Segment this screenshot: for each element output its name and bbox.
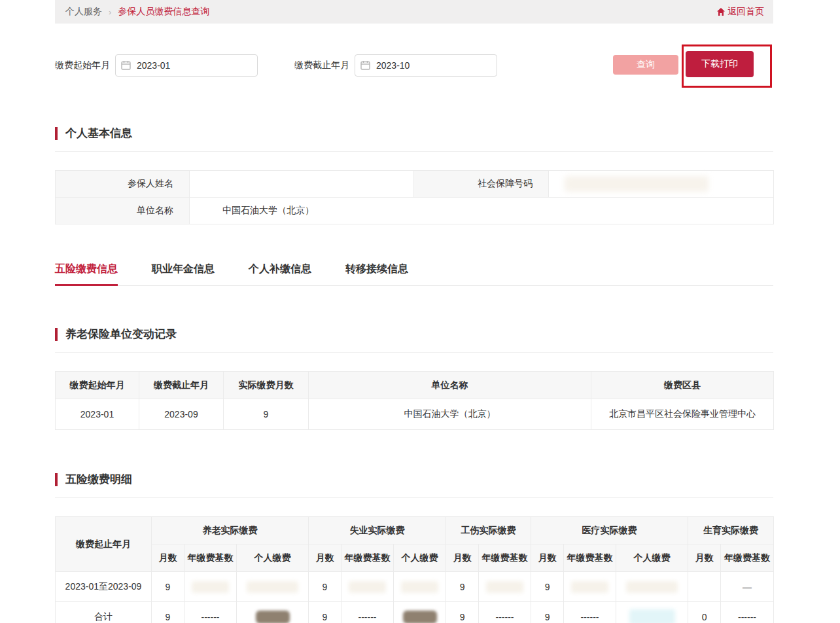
end-month-label: 缴费截止年月 <box>294 60 349 71</box>
table-subheader-row: 月数 年缴费基数 个人缴费 月数 年缴费基数 个人缴费 月数 年缴费基数 月数 … <box>56 544 774 572</box>
column-header: 缴费起始年月 <box>56 372 139 399</box>
calendar-icon <box>121 60 131 70</box>
divider <box>55 497 773 498</box>
redacted-value <box>401 581 438 593</box>
table-row: 2023-01 2023-09 9 中国石油大学（北京） 北京市昌平区社会保险事… <box>56 399 774 430</box>
column-header: 个人缴费 <box>394 544 446 572</box>
social-security-number-value <box>549 171 774 198</box>
column-header: 年缴费基数 <box>479 544 531 572</box>
end-month-field <box>355 54 497 77</box>
personal-info-section-title: 个人基本信息 <box>55 126 773 141</box>
redacted-value <box>247 581 298 593</box>
column-header: 年缴费基数 <box>341 544 394 572</box>
column-header: 年缴费基数 <box>184 544 237 572</box>
personal-info-table: 参保人姓名 社会保障号码 单位名称 中国石油大学（北京） <box>55 170 774 224</box>
page-container: 个人服务 › 参保人员缴费信息查询 返回首页 缴费起始年月 缴费截止年月 查询 <box>55 0 773 623</box>
redacted-value <box>629 609 675 623</box>
download-print-button[interactable]: 下载打印 <box>686 51 754 77</box>
period-column-header: 缴费起止年月 <box>56 517 152 572</box>
months-cell: 9 <box>309 602 341 623</box>
insured-name-label: 参保人姓名 <box>56 171 190 198</box>
table-row-total: 合计 9 ------ 9 ------ 9 ------ 9 ------ 0… <box>56 602 774 623</box>
column-header: 缴费截止年月 <box>139 372 224 399</box>
breadcrumb-personal-services[interactable]: 个人服务 <box>65 6 102 18</box>
section-marker <box>55 127 58 140</box>
start-month-input[interactable] <box>115 54 258 77</box>
base-cell <box>341 572 394 602</box>
months-cell: 9 <box>309 572 341 602</box>
employer-name-value: 中国石油大学（北京） <box>190 198 774 224</box>
group-header-pension: 养老实际缴费 <box>152 517 309 544</box>
tab-occupational-annuity-info[interactable]: 职业年金信息 <box>152 262 215 285</box>
table-row: 单位名称 中国石油大学（北京） <box>56 198 774 224</box>
column-header: 年缴费基数 <box>721 544 774 572</box>
column-header: 年缴费基数 <box>564 544 616 572</box>
start-month-field <box>115 54 258 77</box>
base-cell <box>479 572 531 602</box>
base-cell: ------ <box>479 602 531 623</box>
group-header-unemployment: 失业实际缴费 <box>309 517 446 544</box>
redacted-value <box>571 581 608 593</box>
calendar-icon <box>360 60 370 70</box>
actual-months-cell: 9 <box>224 399 309 430</box>
months-cell <box>688 572 721 602</box>
column-header: 缴费区县 <box>591 372 774 399</box>
breadcrumb-bar: 个人服务 › 参保人员缴费信息查询 返回首页 <box>55 0 773 24</box>
column-header: 月数 <box>688 544 721 572</box>
table-header-row: 缴费起始年月 缴费截止年月 实际缴费月数 单位名称 缴费区县 <box>56 372 774 399</box>
group-header-maternity: 生育实际缴费 <box>688 517 774 544</box>
redacted-value <box>192 581 229 593</box>
redacted-value <box>349 581 386 593</box>
months-cell: 9 <box>446 572 479 602</box>
months-cell: 9 <box>531 572 564 602</box>
group-header-medical: 医疗实际缴费 <box>531 517 688 544</box>
base-cell: — <box>721 572 774 602</box>
divider <box>55 151 773 152</box>
tab-five-insurance-payment-info[interactable]: 五险缴费信息 <box>55 262 118 286</box>
social-security-number-label: 社会保障号码 <box>414 171 549 198</box>
breadcrumb-separator-icon: › <box>109 7 111 17</box>
column-header: 月数 <box>152 544 184 572</box>
months-cell: 9 <box>531 602 564 623</box>
personal-cell <box>394 572 446 602</box>
tab-personal-supplementary-payment-info[interactable]: 个人补缴信息 <box>249 262 311 285</box>
base-cell <box>564 572 616 602</box>
return-home-label: 返回首页 <box>727 6 764 18</box>
query-button[interactable]: 查询 <box>613 55 678 75</box>
redacted-value <box>565 176 709 192</box>
months-cell: 0 <box>688 602 721 623</box>
tab-transfer-continuation-info[interactable]: 转移接续信息 <box>345 262 408 285</box>
column-header: 月数 <box>531 544 564 572</box>
end-month-input[interactable] <box>355 54 497 77</box>
employer-name-label: 单位名称 <box>56 198 190 224</box>
period-cell: 合计 <box>56 602 152 623</box>
filter-row: 缴费起始年月 缴费截止年月 查询 下载打印 <box>55 52 773 79</box>
table-group-header-row: 缴费起止年月 养老实际缴费 失业实际缴费 工伤实际缴费 医疗实际缴费 生育实际缴… <box>56 517 774 544</box>
district-cell: 北京市昌平区社会保险事业管理中心 <box>591 399 774 430</box>
pension-change-section-title: 养老保险单位变动记录 <box>55 327 773 342</box>
base-cell: ------ <box>564 602 616 623</box>
end-month-cell: 2023-09 <box>139 399 224 430</box>
base-cell: ------ <box>341 602 394 623</box>
start-month-label: 缴费起始年月 <box>55 60 110 71</box>
employer-cell: 中国石油大学（北京） <box>309 399 591 430</box>
personal-cell <box>237 602 309 623</box>
period-cell: 2023-01至2023-09 <box>56 572 152 602</box>
pension-change-table: 缴费起始年月 缴费截止年月 实际缴费月数 单位名称 缴费区县 2023-01 2… <box>55 371 774 430</box>
start-month-cell: 2023-01 <box>56 399 139 430</box>
months-cell: 9 <box>152 602 184 623</box>
months-cell: 9 <box>152 572 184 602</box>
personal-cell <box>237 572 309 602</box>
return-home-link[interactable]: 返回首页 <box>716 6 764 18</box>
base-cell: ------ <box>721 602 774 623</box>
base-cell: ------ <box>184 602 237 623</box>
payment-detail-table: 缴费起止年月 养老实际缴费 失业实际缴费 工伤实际缴费 医疗实际缴费 生育实际缴… <box>55 516 774 623</box>
section-marker <box>55 473 58 486</box>
divider <box>55 352 773 353</box>
personal-info-title: 个人基本信息 <box>65 126 132 141</box>
home-icon <box>716 7 726 16</box>
breadcrumb-current-page: 参保人员缴费信息查询 <box>118 6 209 18</box>
breadcrumb: 个人服务 › 参保人员缴费信息查询 <box>65 6 209 18</box>
column-header: 月数 <box>309 544 341 572</box>
payment-detail-title: 五险缴费明细 <box>65 472 132 487</box>
